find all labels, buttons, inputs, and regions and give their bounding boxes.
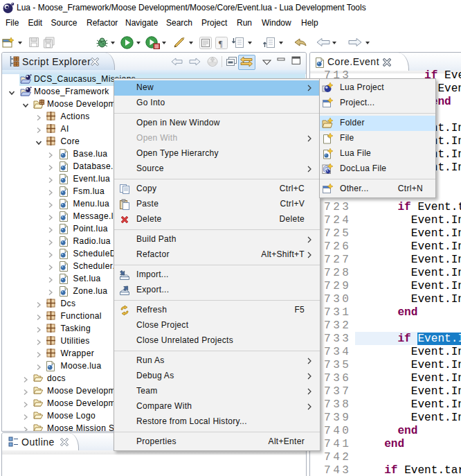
svg-text:¶: ¶	[219, 39, 223, 49]
